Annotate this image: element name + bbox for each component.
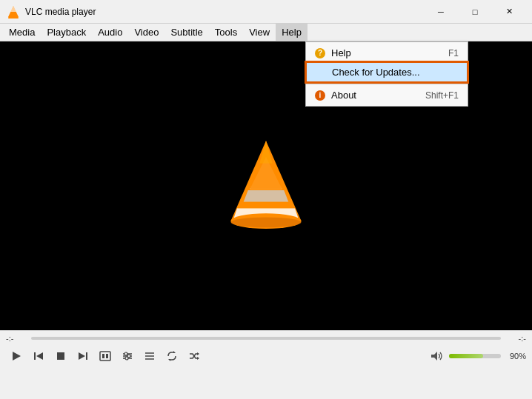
menu-item-subtitle[interactable]: Subtitle (164, 24, 208, 41)
minimize-button[interactable]: ─ (424, 0, 458, 24)
volume-icon[interactable] (428, 347, 446, 365)
help-dropdown: ? Help F1 Check for Updates... i About S… (305, 41, 468, 107)
shuffle-button[interactable] (184, 346, 205, 366)
app-icon (6, 4, 21, 19)
volume-area: 90% (428, 347, 526, 365)
menu-item-view[interactable]: View (243, 24, 276, 41)
about-label: About (331, 90, 419, 101)
eq-button[interactable] (117, 346, 138, 366)
svg-marker-29 (197, 352, 199, 355)
loop-button[interactable] (162, 346, 182, 366)
frame-button[interactable] (95, 346, 116, 366)
time-remaining: -:- (505, 334, 526, 343)
svg-marker-30 (197, 357, 199, 360)
menu-bar: Media Playback Audio Video Subtitle Tool… (0, 24, 532, 41)
app-title: VLC media player (25, 7, 424, 17)
play-button[interactable] (6, 346, 27, 366)
help-menu-item-about[interactable]: i About Shift+F1 (306, 86, 468, 104)
svg-rect-15 (100, 352, 110, 361)
about-shortcut: Shift+F1 (425, 90, 459, 101)
svg-marker-11 (36, 352, 43, 360)
menu-item-media[interactable]: Media (3, 24, 41, 41)
menu-item-playback[interactable]: Playback (41, 24, 92, 41)
svg-rect-2 (8, 17, 19, 19)
svg-point-7 (230, 217, 301, 227)
seek-bar[interactable] (31, 337, 501, 340)
svg-marker-14 (79, 352, 85, 360)
menu-item-help[interactable]: Help (276, 24, 307, 41)
svg-marker-27 (173, 351, 176, 353)
svg-rect-17 (106, 354, 108, 358)
help-menu-item-help[interactable]: ? Help F1 (306, 44, 468, 62)
menu-item-audio[interactable]: Audio (92, 24, 128, 41)
close-button[interactable]: ✕ (492, 0, 526, 24)
svg-marker-9 (13, 352, 21, 361)
svg-rect-10 (34, 352, 36, 360)
playlist-button[interactable] (139, 346, 160, 366)
check-updates-label: Check for Updates... (332, 67, 452, 78)
next-button[interactable] (73, 346, 93, 366)
help-menu-item-check-updates[interactable]: Check for Updates... (306, 62, 468, 82)
volume-slider[interactable] (449, 354, 501, 358)
svg-point-23 (125, 357, 128, 360)
dropdown-separator (306, 84, 468, 84)
volume-fill (449, 354, 483, 358)
menu-item-tools[interactable]: Tools (209, 24, 243, 41)
button-row: 90% (6, 346, 526, 366)
menu-item-video[interactable]: Video (128, 24, 164, 41)
maximize-button[interactable]: □ (458, 0, 492, 24)
question-icon: ? (315, 48, 325, 58)
time-elapsed: -:- (6, 334, 27, 343)
volume-percent: 90% (504, 352, 526, 361)
controls-area: -:- -:- (0, 330, 532, 369)
vlc-cone-graphic (218, 138, 314, 234)
seek-bar-row: -:- -:- (6, 334, 526, 343)
title-bar: VLC media player ─ □ ✕ (0, 0, 532, 24)
svg-rect-13 (86, 352, 87, 360)
svg-marker-28 (168, 359, 170, 361)
help-label: Help (331, 47, 442, 58)
info-icon: i (315, 90, 325, 101)
stop-button[interactable] (50, 346, 71, 366)
svg-marker-31 (431, 352, 437, 361)
svg-point-21 (124, 352, 127, 355)
window-controls: ─ □ ✕ (424, 0, 526, 24)
svg-marker-1 (10, 6, 16, 12)
svg-rect-16 (102, 354, 104, 358)
svg-rect-12 (57, 352, 64, 360)
help-shortcut: F1 (448, 48, 459, 58)
prev-button[interactable] (28, 346, 49, 366)
